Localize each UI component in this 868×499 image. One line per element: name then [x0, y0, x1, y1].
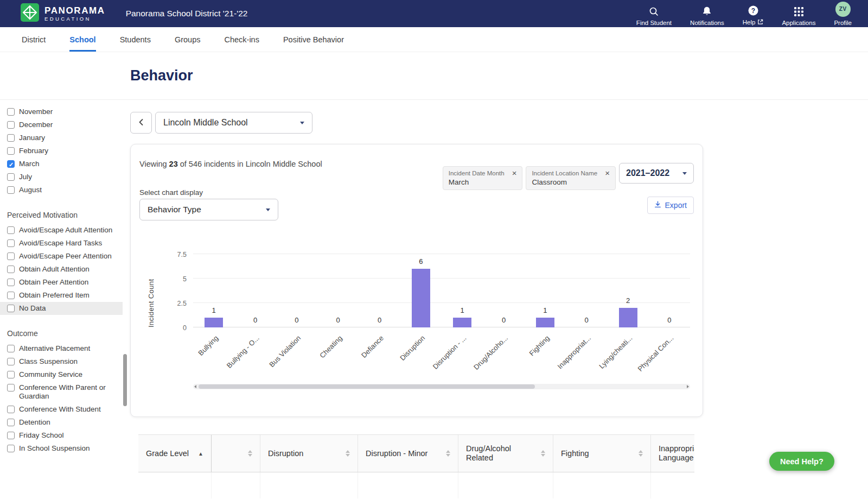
tab-check-ins[interactable]: Check-ins	[224, 27, 259, 52]
checkbox[interactable]	[7, 186, 15, 194]
sort-icon[interactable]	[248, 450, 252, 457]
checkbox[interactable]	[7, 266, 15, 273]
filter-item-february[interactable]: February	[0, 144, 123, 157]
filter-item-avoid-escape-hard-tasks[interactable]: Avoid/Escape Hard Tasks	[0, 237, 123, 250]
filter-item-avoid-escape-adult-attention[interactable]: Avoid/Escape Adult Attention	[0, 224, 123, 237]
bar-disruption[interactable]	[453, 318, 471, 327]
sort-icon[interactable]	[346, 450, 350, 457]
column-header-disruption-minor[interactable]: Disruption - Minor	[358, 435, 458, 472]
checkbox[interactable]	[7, 147, 15, 155]
topbar-action-profile[interactable]: ZVProfile	[834, 2, 852, 26]
need-help-button[interactable]: Need Help?	[769, 452, 834, 471]
filter-item-label: Obtain Preferred Item	[19, 291, 90, 300]
scroll-right-arrow[interactable]	[687, 385, 689, 388]
x-category-label: Bullying - O...	[225, 334, 261, 370]
school-selector[interactable]: Lincoln Middle School	[155, 112, 312, 134]
export-button[interactable]: Export	[647, 197, 694, 214]
filter-item-august[interactable]: August	[0, 184, 123, 197]
checkbox[interactable]	[7, 406, 15, 413]
bar-fighting[interactable]	[536, 318, 554, 327]
topbar-action-help[interactable]: ?Help	[743, 5, 764, 26]
checkbox[interactable]	[7, 121, 15, 129]
checkbox[interactable]	[7, 305, 15, 312]
filter-item-friday-school[interactable]: Friday School	[0, 429, 123, 442]
topbar-actions: Find StudentNotifications?HelpApplicatio…	[636, 2, 852, 26]
topbar-action-applications[interactable]: Applications	[782, 7, 815, 26]
close-icon[interactable]: ×	[605, 170, 610, 176]
checkbox[interactable]	[7, 371, 15, 378]
checkbox[interactable]	[7, 419, 15, 426]
column-header-fighting[interactable]: Fighting	[553, 435, 651, 472]
filter-item-label: February	[19, 147, 48, 155]
filter-item-obtain-adult-attention[interactable]: Obtain Adult Attention	[0, 263, 123, 276]
close-icon[interactable]: ×	[512, 170, 517, 176]
bar-bullying[interactable]	[205, 318, 223, 327]
filter-item-conference-with-student[interactable]: Conference With Student	[0, 403, 123, 416]
filter-item-avoid-escape-peer-attention[interactable]: Avoid/Escape Peer Attention	[0, 250, 123, 263]
panorama-logo[interactable]: PANORAMA EDUCATION	[21, 3, 105, 24]
filter-item-obtain-preferred-item[interactable]: Obtain Preferred Item	[0, 289, 123, 302]
tab-groups[interactable]: Groups	[175, 27, 201, 52]
checkbox[interactable]	[7, 239, 15, 247]
tab-district[interactable]: District	[22, 27, 46, 52]
column-header-grade-level[interactable]: Grade Level▲	[138, 435, 212, 472]
filter-item-january[interactable]: January	[0, 131, 123, 144]
filter-chip-incident-location-name[interactable]: Incident Location Name×Classroom	[526, 166, 616, 190]
filter-item-label: Obtain Peer Attention	[19, 278, 88, 287]
column-header-blank[interactable]	[212, 435, 260, 472]
bar-disruption[interactable]	[412, 269, 430, 327]
checkbox[interactable]	[7, 345, 15, 352]
topbar-action-notifications[interactable]: Notifications	[690, 6, 724, 26]
filter-item-conference-with-parent-or-guardian[interactable]: Conference With Parent or Guardian	[0, 381, 123, 403]
chevron-left-icon	[138, 118, 144, 128]
school-selector-value: Lincoln Middle School	[163, 118, 248, 128]
column-header-drug-alcohol-related[interactable]: Drug/Alcohol Related	[458, 435, 553, 472]
scrollbar-thumb[interactable]	[123, 354, 127, 406]
bell-icon	[701, 6, 712, 17]
filter-item-in-school-suspension[interactable]: In School Suspension	[0, 442, 123, 455]
filter-item-community-service[interactable]: Community Service	[0, 368, 123, 381]
filter-item-obtain-peer-attention[interactable]: Obtain Peer Attention	[0, 276, 123, 289]
checkbox[interactable]	[7, 432, 15, 439]
tab-school[interactable]: School	[69, 27, 95, 52]
filter-item-july[interactable]: July	[0, 170, 123, 184]
filter-item-march[interactable]: March	[0, 157, 123, 170]
checkbox[interactable]	[7, 279, 15, 286]
checkbox[interactable]	[7, 358, 15, 365]
filter-item-no-data[interactable]: No Data	[0, 302, 123, 315]
bar-lying-cheati[interactable]	[619, 308, 637, 327]
topbar-action-find-student[interactable]: Find Student	[636, 6, 672, 26]
sort-icon[interactable]	[639, 450, 643, 457]
sort-icon[interactable]: ▲	[198, 451, 203, 457]
column-header-disruption[interactable]: Disruption	[260, 435, 358, 472]
filter-item-november[interactable]: November	[0, 105, 123, 118]
filter-item-class-suspension[interactable]: Class Suspension	[0, 355, 123, 368]
checkbox-checked[interactable]	[7, 160, 15, 168]
tab-students[interactable]: Students	[120, 27, 151, 52]
chart-horizontal-scrollbar[interactable]	[193, 384, 690, 389]
sort-icon[interactable]	[446, 450, 450, 457]
checkbox[interactable]	[7, 445, 15, 452]
checkbox[interactable]	[7, 292, 15, 299]
checkbox[interactable]	[7, 226, 15, 234]
sort-icon[interactable]	[541, 450, 545, 457]
checkbox[interactable]	[7, 384, 15, 391]
filter-item-detention[interactable]: Detention	[0, 416, 123, 429]
column-header-inappropriate-language[interactable]: Inappropriate Language	[651, 435, 694, 472]
scroll-left-arrow[interactable]	[194, 385, 196, 388]
filter-item-december[interactable]: December	[0, 118, 123, 131]
chart-display-selector[interactable]: Behavior Type	[139, 199, 278, 220]
filter-chip-incident-date-month[interactable]: Incident Date Month×March	[443, 166, 523, 190]
search-icon	[648, 6, 659, 17]
topbar-action-label: Help	[743, 19, 764, 26]
filter-item-alternative-placement[interactable]: Alternative Placement	[0, 342, 123, 355]
checkbox[interactable]	[7, 173, 15, 181]
checkbox[interactable]	[7, 108, 15, 116]
scrollbar-thumb[interactable]	[199, 384, 535, 389]
year-selector[interactable]: 2021–2022	[619, 163, 694, 184]
sidebar-scrollbar[interactable]	[123, 100, 127, 499]
tab-positive-behavior[interactable]: Positive Behavior	[283, 27, 344, 52]
back-button[interactable]	[130, 112, 152, 134]
checkbox[interactable]	[7, 134, 15, 142]
checkbox[interactable]	[7, 252, 15, 260]
